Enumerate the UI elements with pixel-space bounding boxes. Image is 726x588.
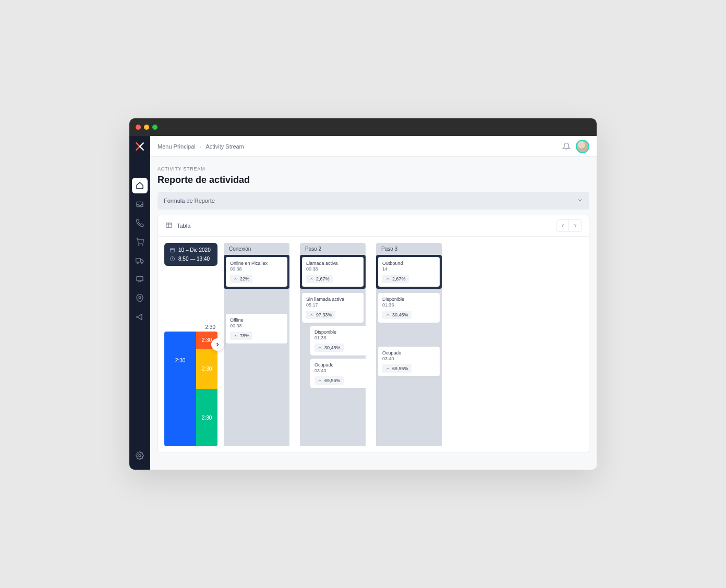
sidebar-item-phone[interactable]: [132, 215, 148, 231]
stacked-bar: 2:30 2:30 2:30 2:30: [164, 332, 217, 446]
trend-chip: 2,67%: [382, 275, 409, 283]
panel-head: Tabla: [158, 215, 589, 237]
flow-col-0: Conexión Online en Picallex 00:38: [224, 243, 289, 446]
topbar: Menu Principal › Activity Stream: [150, 136, 597, 157]
minimize-dot[interactable]: [144, 125, 149, 130]
chevron-right-icon: ›: [200, 143, 202, 150]
trend-chip: 69,55%: [314, 376, 344, 385]
clock-icon: [170, 256, 175, 262]
time-value: 8:50 — 13:40: [178, 256, 210, 262]
arrow-up-icon: [309, 313, 314, 317]
sidebar-item-truck[interactable]: [132, 253, 148, 268]
formula-bar[interactable]: Formula de Reporte: [158, 192, 589, 210]
app-logo: [134, 140, 146, 153]
arrow-up-icon: [309, 277, 314, 281]
table-icon: [165, 222, 173, 230]
svg-point-4: [137, 262, 139, 264]
sidebar-item-home[interactable]: [132, 178, 148, 193]
eyebrow: ACTIVITY STREAM: [158, 166, 589, 172]
svg-point-7: [139, 297, 141, 299]
arrow-up-icon: [318, 346, 322, 350]
arrow-up-icon: [385, 313, 390, 317]
app-body: Menu Principal › Activity Stream ACTIVIT…: [129, 136, 597, 470]
prev-button[interactable]: [556, 219, 569, 232]
trend-chip: 2,67%: [306, 275, 333, 283]
chevron-down-icon: [577, 197, 583, 204]
sidebar: [129, 136, 150, 470]
sidebar-item-location[interactable]: [132, 290, 148, 306]
bell-icon[interactable]: [562, 142, 571, 151]
sidebar-item-cart[interactable]: [132, 234, 148, 250]
next-button[interactable]: [569, 219, 582, 232]
trend-chip: 30,45%: [314, 344, 344, 352]
main-area: Menu Principal › Activity Stream ACTIVIT…: [150, 136, 597, 470]
card[interactable]: Sin llamada activa 05:17 97,33%: [302, 293, 364, 323]
titlebar: [129, 118, 597, 136]
close-dot[interactable]: [136, 125, 141, 130]
panel-tab-label[interactable]: Tabla: [177, 223, 190, 229]
sidebar-item-presentation[interactable]: [132, 272, 148, 287]
seg-green-label: 2:30: [202, 415, 212, 421]
arrow-up-icon: [318, 378, 322, 383]
svg-rect-3: [136, 259, 141, 262]
trend-chip: 78%: [230, 332, 252, 340]
arrow-up-icon: [385, 277, 390, 281]
svg-rect-6: [137, 277, 143, 281]
svg-point-8: [139, 455, 141, 457]
primary-card[interactable]: Outbound 14 2,67%: [378, 257, 440, 287]
page-title: Reporte de actividad: [158, 175, 589, 186]
trend-chip: 97,33%: [306, 311, 335, 319]
left-column: 10 – Dic 2020 8:50 — 13:40 2:30: [164, 243, 217, 446]
card[interactable]: Offline 00:38 78%: [226, 314, 287, 344]
svg-point-5: [141, 262, 143, 264]
flow-col-2: Paso 3 Outbound 14 2,67%: [376, 243, 442, 446]
calendar-icon: [170, 247, 175, 253]
col-header: Paso 2: [300, 243, 366, 255]
expand-button[interactable]: [211, 338, 224, 351]
trend-chip: 69,55%: [382, 364, 412, 373]
primary-card[interactable]: Online en Picallex 00:38 22%: [226, 257, 287, 287]
breadcrumb-root[interactable]: Menu Principal: [158, 143, 196, 150]
primary-card[interactable]: Llamada activa 00:38 2,67%: [302, 257, 364, 287]
avatar[interactable]: [576, 140, 589, 153]
sidebar-item-megaphone[interactable]: [132, 309, 148, 325]
flow-columns: Conexión Online en Picallex 00:38: [224, 243, 583, 446]
seg-blue-label: 2:30: [175, 358, 185, 363]
trend-chip: 22%: [230, 275, 252, 283]
trend-chip: 30,45%: [382, 311, 412, 319]
formula-label: Formula de Reporte: [164, 198, 215, 204]
maximize-dot[interactable]: [152, 125, 158, 130]
card[interactable]: Disponible 01:36 30,45%: [378, 293, 440, 323]
svg-point-1: [138, 244, 139, 245]
arrow-up-icon: [233, 334, 238, 338]
card[interactable]: Ocupado 03:40 69,55%: [378, 347, 440, 376]
svg-point-2: [142, 244, 143, 245]
app-window: Menu Principal › Activity Stream ACTIVIT…: [129, 118, 597, 470]
date-value: 10 – Dic 2020: [178, 247, 211, 253]
arrow-up-icon: [233, 277, 238, 281]
seg-orange-label: 2:30: [202, 337, 212, 343]
breadcrumb-current: Activity Stream: [205, 143, 244, 150]
content: ACTIVITY STREAM Reporte de actividad For…: [150, 157, 597, 470]
sidebar-item-settings[interactable]: [132, 448, 148, 463]
breadcrumb: Menu Principal › Activity Stream: [158, 143, 244, 150]
col-header: Paso 3: [376, 243, 442, 255]
seg-yellow-label: 2:30: [202, 366, 212, 372]
col-header: Conexión: [224, 243, 289, 255]
card-nested[interactable]: Ocupado 03:40 69,55%: [310, 359, 369, 388]
sidebar-item-inbox[interactable]: [132, 197, 148, 212]
arrow-up-icon: [385, 366, 390, 371]
card-nested[interactable]: Disponible 01:36 30,45%: [310, 326, 369, 356]
date-card: 10 – Dic 2020 8:50 — 13:40: [164, 243, 217, 266]
report-panel: Tabla: [158, 215, 589, 453]
svg-rect-12: [170, 248, 174, 252]
stack-top-label: 2:30: [205, 324, 215, 330]
panel-body: 10 – Dic 2020 8:50 — 13:40 2:30: [158, 237, 589, 452]
flow-col-1: Paso 2 Llamada activa 00:38: [300, 243, 366, 446]
